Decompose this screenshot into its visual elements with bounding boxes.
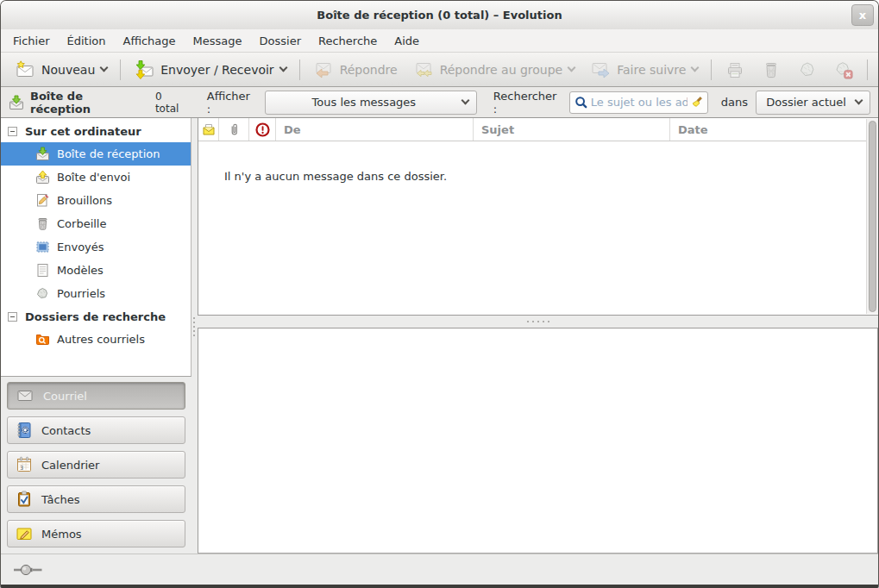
switcher-contacts-button[interactable]: Contacts	[7, 416, 185, 444]
priority-icon	[255, 122, 270, 137]
collapse-expander-icon[interactable]	[8, 127, 17, 136]
evolution-window: Boîte de réception (0 total) – Evolution…	[0, 0, 879, 588]
online-status-icon[interactable]	[14, 563, 43, 577]
reply-group-button[interactable]: Répondre au groupe	[405, 55, 583, 84]
menu-edition[interactable]: Édition	[59, 29, 115, 52]
mail-icon	[16, 387, 35, 404]
toolbar-overflow-button[interactable]	[873, 63, 879, 76]
print-button[interactable]	[717, 55, 753, 84]
splitter-handle-icon	[193, 315, 196, 339]
print-icon	[725, 59, 745, 80]
column-date[interactable]: Date	[670, 118, 866, 141]
sidebar-item-trash[interactable]: Corbeille	[1, 212, 191, 235]
new-button[interactable]: Nouveau	[7, 55, 115, 84]
menu-recherche[interactable]: Recherche	[310, 29, 386, 52]
message-list-scrollbar[interactable]	[866, 119, 878, 314]
message-list: De Sujet Date Il n'y a aucun message dan…	[198, 118, 878, 316]
forward-icon	[590, 59, 611, 80]
menu-affichage[interactable]: Affichage	[114, 29, 184, 52]
contacts-icon	[16, 422, 33, 439]
reply-all-icon	[413, 59, 434, 80]
column-subject[interactable]: Sujet	[474, 118, 670, 141]
search-box[interactable]	[569, 91, 708, 114]
templates-icon	[35, 263, 50, 278]
window-title: Boîte de réception (0 total) – Evolution	[1, 1, 878, 29]
close-button[interactable]: x	[851, 4, 874, 26]
toolbar-separator	[711, 59, 712, 80]
switcher-tasks-button[interactable]: Tâches	[7, 485, 185, 513]
search-label: Rechercher :	[493, 90, 562, 116]
search-icon	[574, 96, 588, 109]
filterbar: Boîte de réception 0 total Afficher : To…	[1, 87, 878, 118]
column-read-status[interactable]	[198, 118, 219, 141]
forward-button[interactable]: Faire suivre	[582, 55, 706, 84]
statusbar	[1, 554, 878, 585]
not-junk-button[interactable]	[826, 55, 862, 84]
chevron-down-icon	[691, 63, 700, 72]
toolbar-separator	[867, 59, 868, 80]
message-count: 0 total	[155, 91, 188, 115]
titlebar: Boîte de réception (0 total) – Evolution…	[1, 1, 878, 29]
sidebar-splitter[interactable]	[191, 118, 198, 554]
mail-read-icon	[202, 122, 216, 136]
main-area: Sur cet ordinateur Boîte de réception	[1, 118, 878, 554]
reply-button[interactable]: Répondre	[305, 55, 405, 84]
preview-splitter[interactable]	[198, 316, 878, 328]
toolbar-separator	[299, 59, 300, 80]
junk-icon	[35, 286, 50, 301]
folder-tree: Sur cet ordinateur Boîte de réception	[1, 118, 191, 377]
tasks-icon	[16, 491, 33, 508]
tree-group-search-folders[interactable]: Dossiers de recherche	[1, 305, 191, 328]
sidebar-item-sent[interactable]: Envoyés	[1, 235, 191, 259]
chevron-down-icon	[100, 63, 109, 72]
menu-fichier[interactable]: Fichier	[4, 29, 59, 52]
chevron-down-icon	[279, 63, 287, 72]
chevron-down-icon	[461, 96, 469, 104]
sidebar-item-drafts[interactable]: Brouillons	[1, 189, 191, 212]
sidebar-item-outbox[interactable]: Boîte d'envoi	[1, 166, 191, 189]
sidebar-item-templates[interactable]: Modèles	[1, 259, 191, 282]
message-list-header: De Sujet Date	[198, 118, 878, 141]
new-mail-icon	[15, 59, 35, 80]
sidebar: Sur cet ordinateur Boîte de réception	[1, 118, 191, 554]
sidebar-item-junk[interactable]: Pourriels	[1, 282, 191, 305]
send-receive-icon	[134, 59, 154, 80]
sidebar-item-inbox[interactable]: Boîte de réception	[1, 142, 191, 166]
scrollbar-thumb[interactable]	[869, 121, 876, 312]
calendar-icon: 3	[16, 456, 33, 473]
menu-dossier[interactable]: Dossier	[251, 29, 310, 52]
close-icon: x	[859, 9, 866, 22]
delete-button[interactable]	[753, 55, 789, 84]
menu-message[interactable]: Message	[185, 29, 251, 52]
clear-search-icon[interactable]	[690, 96, 703, 109]
junk-button[interactable]	[789, 55, 826, 84]
message-filter-dropdown[interactable]: Tous les messages	[265, 91, 477, 115]
memos-icon	[16, 525, 33, 542]
menu-aide[interactable]: Aide	[386, 29, 428, 52]
tree-group-on-this-computer[interactable]: Sur cet ordinateur	[1, 120, 191, 142]
column-attachment[interactable]	[219, 118, 249, 141]
paperclip-icon	[227, 122, 241, 136]
inbox-icon	[9, 95, 24, 110]
send-receive-button[interactable]: Envoyer / Recevoir	[126, 55, 293, 84]
search-scope-dropdown[interactable]: Dossier actuel	[756, 91, 870, 115]
toolbar-separator	[120, 59, 121, 80]
column-priority[interactable]	[249, 118, 276, 141]
junk-icon	[797, 59, 818, 80]
not-junk-icon	[833, 59, 854, 80]
view-switcher: Courriel Contacts	[1, 377, 191, 554]
switcher-mail-button[interactable]: Courriel	[7, 382, 185, 410]
sent-stamp-icon	[35, 240, 50, 254]
sidebar-item-other-mail[interactable]: Autres courriels	[1, 328, 191, 351]
switcher-memos-button[interactable]: Mémos	[7, 520, 185, 547]
trash-icon	[35, 216, 50, 231]
preview-pane	[198, 328, 878, 554]
collapse-expander-icon[interactable]	[8, 312, 17, 322]
chevron-down-icon	[568, 63, 576, 72]
column-from[interactable]: De	[276, 118, 474, 141]
switcher-calendar-button[interactable]: 3 Calendrier	[7, 451, 185, 479]
search-input[interactable]	[591, 96, 688, 109]
toolbar: Nouveau Envoyer / Recevoir Répondre	[1, 52, 878, 87]
svg-text:3: 3	[20, 465, 23, 472]
message-list-body: Il n'y a aucun message dans ce dossier.	[198, 141, 878, 315]
